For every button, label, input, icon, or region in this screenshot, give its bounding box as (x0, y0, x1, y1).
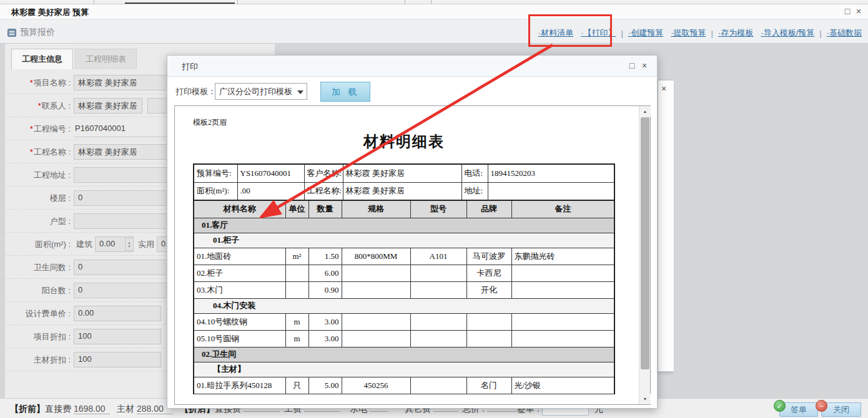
field-label: 工程名称 : (34, 147, 71, 157)
cell-note (511, 330, 614, 347)
template-select[interactable]: 广汉分公司打印模板 (215, 83, 307, 100)
cell-spec: 800*800MM (342, 248, 410, 265)
budget-no-label: 预算编号: (194, 164, 237, 182)
required-mark: * (30, 147, 33, 157)
cell-model (410, 377, 466, 394)
address-value (488, 182, 614, 200)
group-label: 【主材】 (194, 362, 614, 377)
cell-model (410, 394, 466, 394)
link-base-data[interactable]: ·基础数据 (827, 27, 862, 39)
col-spec: 规格 (342, 200, 410, 218)
cell-qty: 5.00 (308, 377, 342, 394)
print-dialog-title: 打印 (182, 61, 198, 72)
link-print[interactable]: ·【打印】 (581, 27, 616, 39)
field-label: 卫生间数 : (34, 263, 71, 272)
tab-divider (94, 0, 94, 4)
labor-fee-value (304, 411, 340, 412)
link-save-template[interactable]: ·存为模板 (718, 27, 753, 39)
cell-unit: m (285, 330, 308, 347)
minus-icon: − (816, 400, 827, 412)
contact-input[interactable]: 林彩霞 美好家居 (74, 98, 142, 114)
cell-note (511, 394, 614, 394)
field-label: 面积(m²) : (35, 240, 71, 249)
close-button[interactable]: −关闭 (821, 402, 861, 417)
col-unit: 单位 (285, 200, 308, 218)
tab-project-main-info[interactable]: 工程主信息 (11, 49, 73, 69)
cell-name: 01.地面砖 (194, 248, 285, 265)
building-area-stepper[interactable]: ▲▼ (125, 238, 134, 251)
field-label: 项目名称 : (34, 78, 71, 87)
area-label: 面积(m²): (194, 182, 237, 200)
link-separator: | (621, 29, 623, 38)
print-dialog: 打印 □× 打印模板： 广汉分公司打印模板 加 载 模板2页眉 材料明细表 预算… (167, 55, 658, 409)
post-direct-fee-value (244, 411, 280, 412)
cell-name: 04.10号螺纹钢 (194, 313, 285, 330)
material-row: 05.10号圆钢m3.00 (194, 330, 614, 347)
check-icon: ✓ (774, 400, 786, 412)
cell-qty: 1.50 (308, 248, 342, 265)
cell-brand: 卡西尼 (466, 265, 511, 281)
template-header-note: 模板2页眉 (193, 117, 615, 128)
cell-spec: 450256 (342, 377, 410, 394)
budget-quote-icon (7, 29, 16, 37)
col-brand: 品牌 (466, 200, 511, 218)
cell-spec (342, 330, 410, 347)
required-mark: * (30, 124, 33, 134)
section-title: 预算报价 (20, 27, 55, 38)
link-extract-budget[interactable]: ·提取预算 (671, 27, 706, 39)
load-button[interactable]: 加 载 (320, 82, 370, 102)
preview-scrollbar[interactable]: ▲ ▼ (639, 106, 650, 404)
document-title: 材料明细表 (193, 132, 615, 152)
cell-brand: 卡洛 (466, 394, 511, 394)
browser-tab-strip (0, 0, 868, 4)
link-create-budget[interactable]: ·创建预算 (628, 27, 663, 39)
required-mark: * (38, 101, 41, 110)
work-name-value: 林彩霞 美好家居 (343, 182, 461, 200)
cell-brand (466, 313, 511, 330)
material-row: 02.柜子6.00卡西尼 (194, 265, 614, 281)
material-group-row: 02.卫生间 (194, 347, 614, 362)
scroll-up-icon[interactable]: ▲ (639, 106, 651, 117)
customer-value: 林彩霞 美好家居 (343, 164, 461, 182)
cell-unit: 只 (285, 377, 308, 394)
cell-spec (342, 394, 410, 394)
maximize-icon[interactable]: □ (842, 6, 853, 16)
tab-project-detail[interactable]: 工程明细表 (75, 49, 137, 69)
print-preview-area: 模板2页眉 材料明细表 预算编号: YS1607040001 客户名称: 林彩霞… (174, 105, 651, 405)
cell-model (410, 313, 466, 330)
group-label: 02.卫生间 (194, 347, 614, 362)
materials-table: 材料名称 单位 数量 规格 型号 品牌 备注 01.客厅01.柜子01.地面砖m… (193, 200, 615, 394)
cell-qty: 0.90 (308, 281, 342, 298)
link-separator: | (711, 29, 713, 38)
cell-name: 01.暗拉手系列450128 (194, 377, 285, 394)
project-discount-input[interactable]: 100 (74, 329, 161, 344)
background-window-edge: × (658, 80, 674, 372)
sign-button[interactable]: ✓签单 (779, 402, 818, 417)
window-title-bar: 林彩霞 美好家居 预算 □× (0, 4, 868, 19)
work-name-label: 工程名称: (304, 182, 343, 200)
template-label: 打印模板： (175, 86, 216, 97)
design-fee-input[interactable]: 0.00 (74, 306, 161, 321)
cell-name: 02.柜子 (194, 265, 285, 281)
background-window-close-icon[interactable]: × (661, 84, 666, 94)
material-row: 03.木门0.90开化 (194, 281, 614, 298)
scrollbar-thumb[interactable] (641, 117, 649, 369)
material-group-row: 01.柜子 (194, 233, 614, 248)
dropdown-arrow-icon (297, 90, 303, 94)
group-label: 04.木门安装 (194, 298, 614, 313)
phone-label: 电话: (461, 164, 488, 182)
cell-name: 03.木门 (194, 281, 285, 298)
project-code-value: P1607040001 (75, 124, 126, 133)
pre-discount-label: 【折前】 (10, 404, 45, 414)
link-material-list[interactable]: ·材料清单 (538, 27, 573, 39)
material-row: 02.卡洛硬性涂料B型面kg7.00卡洛 (194, 394, 614, 394)
print-dialog-toolbar: 打印模板： 广汉分公司打印模板 加 载 (167, 77, 657, 105)
scroll-down-icon[interactable]: ▼ (639, 394, 651, 404)
cell-unit: m (285, 313, 308, 330)
print-dialog-titlebar[interactable]: 打印 □× (167, 56, 657, 77)
dialog-close-icon[interactable]: × (638, 61, 651, 70)
link-import-template[interactable]: ·导入模板/预算 (761, 27, 814, 39)
close-icon[interactable]: × (853, 6, 864, 16)
dialog-maximize-icon[interactable]: □ (626, 61, 638, 70)
material-discount-input[interactable]: 100 (74, 352, 161, 367)
